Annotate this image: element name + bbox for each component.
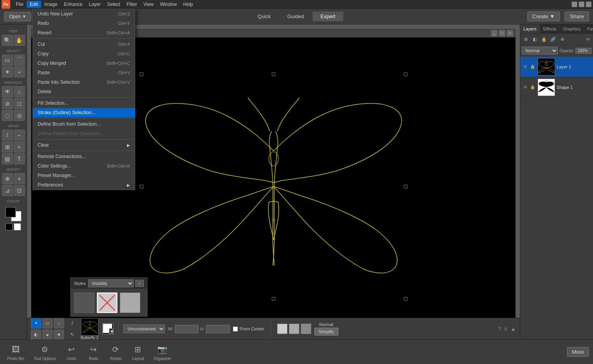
menu-paste-into[interactable]: Paste Into Selection Shift+Ctrl+V [33,77,135,87]
menu-revert[interactable]: Revert Shift+Ctrl+A [33,28,135,38]
menu-redo[interactable]: Redo Ctrl+Y [33,19,135,28]
menu-copy-merged[interactable]: Copy Merged Shift+Ctrl+C [33,58,135,68]
sep-5 [33,151,135,151]
menu-define-brush[interactable]: Define Brush from Selection... [33,119,135,129]
styles-select[interactable]: Visibility [88,279,134,287]
styles-content [71,289,147,316]
dropdown-overlay: Undo New Layer Ctrl+Z Redo Ctrl+Y Revert… [0,0,593,364]
styles-panel-header: Styles Visibility ≡ [71,278,147,289]
menu-clear[interactable]: Clear ▶ [33,140,135,150]
menu-stroke[interactable]: Stroke (Outline) Selection... [33,108,135,117]
styles-title: Styles [74,281,86,286]
style-swatch-light[interactable] [120,292,140,313]
menu-preset[interactable]: Preset Manager... [33,171,135,180]
menu-define-pattern: Define Pattern from Selection... [33,129,135,138]
menu-remote[interactable]: Remote Connections... [33,152,135,161]
menu-fill[interactable]: Fill Selection... [33,98,135,108]
styles-menu-button[interactable]: ≡ [135,280,144,287]
menu-paste[interactable]: Paste Ctrl+V [33,68,135,77]
menu-copy[interactable]: Copy Ctrl+C [33,49,135,58]
sep-1 [33,38,135,39]
menu-color-settings[interactable]: Color Settings... Shift+Ctrl+K [33,161,135,171]
menu-delete[interactable]: Delete [33,87,135,96]
sep-2 [33,97,135,98]
menu-cut[interactable]: Cut Ctrl+X [33,40,135,49]
style-swatch-x[interactable] [97,292,117,313]
menu-undo[interactable]: Undo New Layer Ctrl+Z [33,9,135,19]
sep-3 [33,118,135,119]
sep-4 [33,139,135,140]
menu-preferences[interactable]: Preferences ▶ [33,180,135,190]
edit-menu: Undo New Layer Ctrl+Z Redo Ctrl+Y Revert… [32,9,135,190]
styles-panel: Styles Visibility ≡ [70,277,147,317]
style-swatch-dark[interactable] [74,292,94,313]
